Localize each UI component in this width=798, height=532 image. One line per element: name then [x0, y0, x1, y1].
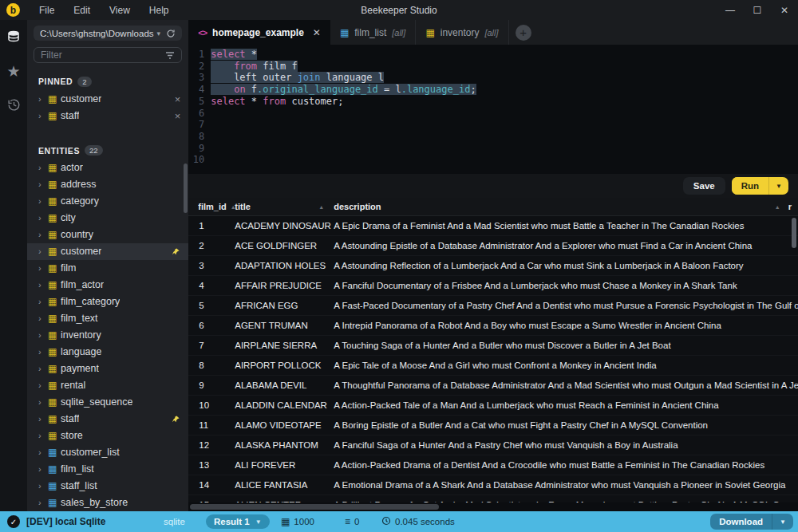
- download-button[interactable]: Download: [710, 514, 772, 530]
- expand-chevron-icon[interactable]: ›: [38, 414, 48, 424]
- sidebar-item-rental[interactable]: ›▦rental: [27, 377, 188, 394]
- expand-chevron-icon[interactable]: ›: [38, 179, 48, 189]
- close-button[interactable]: ✕: [771, 0, 798, 20]
- refresh-icon[interactable]: [166, 29, 176, 38]
- expand-chevron-icon[interactable]: ›: [38, 94, 48, 104]
- sidebar-scrollbar[interactable]: [184, 164, 188, 213]
- table-row[interactable]: 10ALADDIN CALENDARA Action-Packed Tale o…: [188, 396, 798, 416]
- sort-asc-icon[interactable]: ▲: [775, 204, 780, 210]
- sort-asc-icon[interactable]: ▲: [318, 204, 324, 210]
- table-row[interactable]: 3ADAPTATION HOLESA Astounding Reflection…: [188, 256, 798, 276]
- expand-chevron-icon[interactable]: ›: [38, 263, 48, 273]
- history-tab-icon[interactable]: [4, 95, 23, 114]
- close-tab-icon[interactable]: ✕: [313, 27, 321, 38]
- sidebar-item-language[interactable]: ›▦language: [27, 344, 188, 361]
- sidebar-item-film_text[interactable]: ›▦film_text: [27, 310, 188, 327]
- expand-chevron-icon[interactable]: ›: [38, 397, 48, 407]
- table-row[interactable]: 4AFFAIR PREJUDICEA Fanciful Documentary …: [188, 276, 798, 296]
- menu-help[interactable]: Help: [140, 0, 179, 20]
- table-row[interactable]: 11ALAMO VIDEOTAPEA Boring Epistle of a B…: [188, 416, 798, 435]
- sidebar-item-customer[interactable]: ›▦customer: [27, 243, 188, 260]
- unpin-icon[interactable]: ×: [175, 110, 181, 122]
- pin-icon[interactable]: [172, 247, 180, 256]
- expand-chevron-icon[interactable]: ›: [38, 163, 48, 172]
- sidebar-item-staff[interactable]: ›▦staff: [27, 411, 188, 428]
- download-options-caret-icon[interactable]: ▼: [772, 514, 793, 530]
- sidebar-item-film_category[interactable]: ›▦film_category: [27, 294, 188, 310]
- sidebar-item-film_actor[interactable]: ›▦film_actor: [27, 277, 188, 294]
- expand-chevron-icon[interactable]: ›: [38, 431, 48, 440]
- expand-chevron-icon[interactable]: ›: [38, 347, 48, 357]
- menu-edit[interactable]: Edit: [64, 0, 100, 20]
- sidebar-item-film_list[interactable]: ›▦film_list: [27, 461, 188, 478]
- column-header-description[interactable]: description: [332, 202, 798, 211]
- table-row[interactable]: 14ALICE FANTASIAA Emotional Drama of a A…: [188, 475, 798, 495]
- sidebar-item-film[interactable]: ›▦film: [27, 260, 188, 277]
- entity-filter-input[interactable]: Filter: [34, 47, 182, 63]
- sidebar-item-city[interactable]: ›▦city: [27, 210, 188, 227]
- expand-chevron-icon[interactable]: ›: [38, 330, 48, 340]
- connection-selector[interactable]: C:\Users\ghstng\Downloads ▾: [34, 26, 182, 41]
- tab-inventory[interactable]: ▦inventory[all]: [416, 20, 508, 45]
- table-row[interactable]: 1ACADEMY DINOSAURA Epic Drama of a Femin…: [188, 216, 798, 236]
- expand-chevron-icon[interactable]: ›: [38, 498, 48, 507]
- expand-chevron-icon[interactable]: ›: [38, 313, 48, 323]
- pin-icon[interactable]: [172, 415, 180, 424]
- database-tab-icon[interactable]: [4, 28, 23, 47]
- filter-icon[interactable]: [165, 51, 175, 60]
- sidebar-item-payment[interactable]: ›▦payment: [27, 361, 188, 377]
- pinned-item-customer[interactable]: ›▦customer×: [27, 91, 188, 108]
- sidebar-item-country[interactable]: ›▦country: [27, 227, 188, 243]
- tab-homepage_example[interactable]: <>homepage_example✕: [188, 20, 330, 45]
- expand-chevron-icon[interactable]: ›: [38, 230, 48, 239]
- menu-view[interactable]: View: [100, 0, 140, 20]
- minimize-button[interactable]: —: [717, 0, 744, 20]
- new-tab-button[interactable]: +: [516, 25, 531, 41]
- sidebar-item-staff_list[interactable]: ›▦staff_list: [27, 478, 188, 495]
- column-header-film-id[interactable]: film_id ▲: [188, 202, 235, 211]
- sql-editor[interactable]: 12345678910 select * from film f left ou…: [188, 45, 798, 174]
- code-area[interactable]: select * from film f left outer join lan…: [211, 49, 798, 174]
- table-row[interactable]: 8AIRPORT POLLOCKA Epic Tale of a Moose A…: [188, 356, 798, 376]
- sidebar-item-address[interactable]: ›▦address: [27, 176, 188, 193]
- expand-chevron-icon[interactable]: ›: [38, 447, 48, 457]
- menu-file[interactable]: File: [30, 0, 64, 20]
- sidebar-item-sales_by_store[interactable]: ›▦sales_by_store: [27, 495, 188, 511]
- table-row[interactable]: 12ALASKA PHANTOMA Fanciful Saga of a Hun…: [188, 435, 798, 455]
- table-row[interactable]: 13ALI FOREVERA Action-Packed Drama of a …: [188, 455, 798, 475]
- sidebar-item-category[interactable]: ›▦category: [27, 193, 188, 210]
- sidebar-item-store[interactable]: ›▦store: [27, 428, 188, 444]
- expand-chevron-icon[interactable]: ›: [38, 280, 48, 290]
- result-selector[interactable]: Result 1 ▼: [206, 514, 270, 529]
- table-row[interactable]: 2ACE GOLDFINGERA Astounding Epistle of a…: [188, 236, 798, 256]
- sidebar-item-sqlite_sequence[interactable]: ›▦sqlite_sequence: [27, 394, 188, 411]
- expand-chevron-icon[interactable]: ›: [38, 213, 48, 223]
- run-options-caret-icon[interactable]: ▼: [768, 177, 788, 195]
- horizontal-scrollbar-thumb[interactable]: [190, 504, 439, 510]
- results-grid[interactable]: 1ACADEMY DINOSAURA Epic Drama of a Femin…: [188, 216, 798, 502]
- expand-chevron-icon[interactable]: ›: [38, 464, 48, 474]
- expand-chevron-icon[interactable]: ›: [38, 246, 48, 256]
- save-button[interactable]: Save: [683, 177, 725, 195]
- table-row[interactable]: 6AGENT TRUMANA Intrepid Panorama of a Ro…: [188, 316, 798, 336]
- column-header-title[interactable]: title ▲: [235, 202, 332, 211]
- sidebar-item-inventory[interactable]: ›▦inventory: [27, 327, 188, 344]
- sidebar-item-customer_list[interactable]: ›▦customer_list: [27, 444, 188, 461]
- expand-chevron-icon[interactable]: ›: [38, 380, 48, 390]
- table-row[interactable]: 5AFRICAN EGGA Fast-Paced Documentary of …: [188, 296, 798, 316]
- run-button[interactable]: Run: [732, 177, 768, 195]
- table-row[interactable]: 15ALIEN CENTERA Brilliant Drama of a Cat…: [188, 495, 798, 502]
- expand-chevron-icon[interactable]: ›: [38, 196, 48, 206]
- unpin-icon[interactable]: ×: [175, 93, 181, 105]
- table-row[interactable]: 7AIRPLANE SIERRAA Touching Saga of a Hun…: [188, 336, 798, 356]
- expand-chevron-icon[interactable]: ›: [38, 481, 48, 491]
- maximize-button[interactable]: ☐: [744, 0, 771, 20]
- tab-film_list[interactable]: ▦film_list[all]: [330, 20, 416, 45]
- favorites-tab-icon[interactable]: ★: [4, 61, 23, 81]
- results-horizontal-scrollbar[interactable]: [188, 502, 798, 511]
- expand-chevron-icon[interactable]: ›: [38, 297, 48, 306]
- pinned-item-staff[interactable]: ›▦staff×: [27, 108, 188, 124]
- sidebar-item-actor[interactable]: ›▦actor: [27, 160, 188, 176]
- results-vertical-scrollbar[interactable]: [792, 218, 796, 248]
- expand-chevron-icon[interactable]: ›: [38, 111, 48, 120]
